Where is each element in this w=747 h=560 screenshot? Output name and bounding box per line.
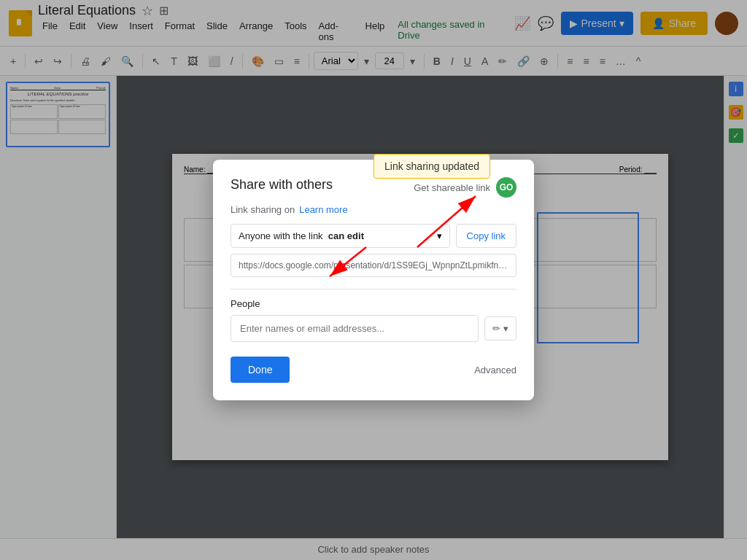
link-sharing-on: Link sharing on xyxy=(231,204,295,215)
dialog-overlay: Link sharing updated Share with others G… xyxy=(0,0,747,560)
done-button[interactable]: Done xyxy=(231,357,290,383)
people-label: People xyxy=(231,298,516,309)
link-permission-strong: can edit xyxy=(328,230,364,241)
pen-chevron: ▾ xyxy=(503,323,508,334)
link-url: https://docs.google.com/presentation/d/1… xyxy=(231,254,516,277)
get-link-button[interactable]: GO xyxy=(496,177,516,198)
share-dialog: Link sharing updated Share with others G… xyxy=(213,160,534,400)
dialog-header: Share with others Get shareable link GO xyxy=(231,177,516,192)
link-sharing-row: Link sharing on Learn more xyxy=(231,204,516,215)
link-row: Anyone with the link can edit ▾ Copy lin… xyxy=(231,224,516,248)
advanced-link[interactable]: Advanced xyxy=(474,365,516,376)
link-permission-dropdown[interactable]: Anyone with the link can edit ▾ xyxy=(231,224,450,248)
notification-text: Link sharing updated xyxy=(384,160,479,172)
people-input-row: ✏ ▾ xyxy=(231,315,516,342)
dropdown-chevron: ▾ xyxy=(437,230,442,241)
learn-more-link[interactable]: Learn more xyxy=(299,204,347,215)
divider xyxy=(231,289,516,289)
people-input[interactable] xyxy=(231,315,479,342)
get-link-label: Get shareable link xyxy=(414,182,490,193)
dialog-footer: Done Advanced xyxy=(231,357,516,383)
link-dropdown-text: Anyone with the link can edit xyxy=(239,230,364,241)
pen-icon: ✏ xyxy=(492,323,500,334)
pen-button[interactable]: ✏ ▾ xyxy=(484,316,516,341)
notification-toast: Link sharing updated xyxy=(374,154,490,179)
get-link-area: Get shareable link GO xyxy=(414,177,516,198)
dialog-title: Share with others xyxy=(231,177,333,192)
copy-link-button[interactable]: Copy link xyxy=(456,224,516,248)
